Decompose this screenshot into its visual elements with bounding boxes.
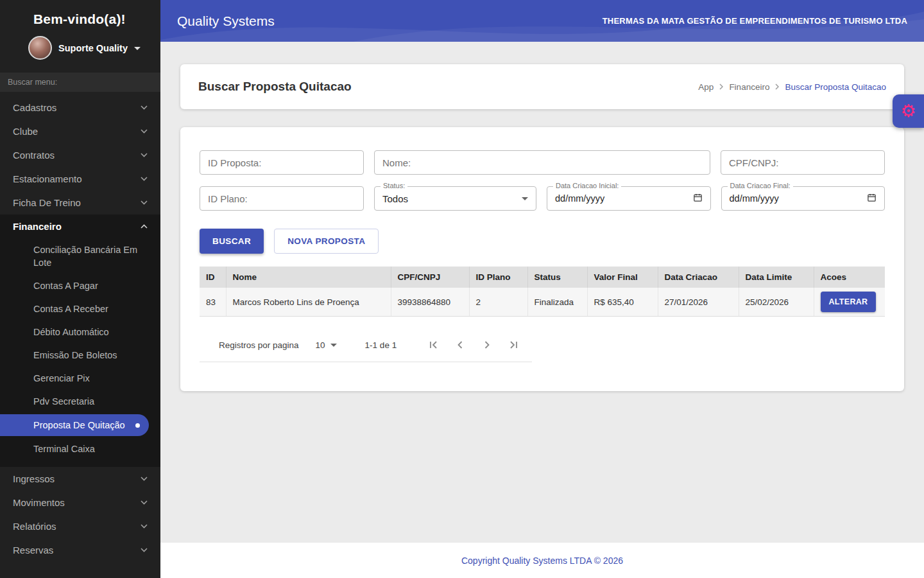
sidebar-item-gerenciar-pix[interactable]: Gerenciar Pix (0, 367, 160, 390)
sidebar-item-relatorios[interactable]: Relatórios (0, 514, 160, 538)
nome-input[interactable] (374, 150, 710, 175)
calendar-icon[interactable] (867, 193, 877, 204)
calendar-icon[interactable] (693, 193, 703, 204)
column-header-valor-final: Valor Final (587, 267, 658, 288)
buscar-button[interactable]: BUSCAR (200, 229, 264, 254)
sidebar-item-financeiro[interactable]: Financeiro (0, 215, 160, 238)
page-range-text: 1-1 de 1 (365, 340, 397, 350)
sidebar-item-label: Estacionamento (13, 173, 82, 184)
rows-per-page-label: Registros por pagina (219, 340, 299, 350)
breadcrumb-app[interactable]: App (698, 82, 714, 92)
dropdown-arrow-icon (522, 197, 528, 200)
sidebar-item-contas-a-receber[interactable]: Contas A Receber (0, 297, 160, 320)
column-header-id-plano: ID Plano (469, 267, 527, 288)
breadcrumb: App Financeiro Buscar Proposta Quitacao (698, 82, 886, 92)
settings-fab[interactable]: ⚙ (893, 94, 924, 128)
next-page-button[interactable] (481, 338, 493, 351)
cpf-cnpj-input[interactable] (721, 150, 885, 175)
cell-nome: Marcos Roberto Lins de Proença (226, 288, 391, 317)
sidebar-item-proposta-de-quitacao[interactable]: Proposta De Quitação (0, 414, 149, 436)
chevron-down-icon (141, 177, 148, 181)
form-row-2: Status: Todos Data Criacao Inicial: dd/m… (200, 186, 885, 211)
chevron-down-icon (141, 500, 148, 505)
company-name: THERMAS DA MATA GESTÃO DE EMPREENDIMENTO… (603, 16, 907, 26)
status-value: Todos (382, 193, 408, 204)
chevron-down-icon (141, 477, 148, 481)
results-table: ID Nome CPF/CNPJ ID Plano Status Valor F… (200, 267, 885, 317)
cell-data-criacao: 27/01/2026 (658, 288, 739, 317)
chevron-right-icon (719, 82, 723, 92)
search-form-card: Status: Todos Data Criacao Inicial: dd/m… (180, 127, 904, 391)
nova-proposta-button[interactable]: NOVA PROPOSTA (274, 229, 379, 254)
user-menu[interactable]: Suporte Quality (0, 27, 160, 66)
page-title: Buscar Proposta Quitacao (198, 80, 352, 94)
breadcrumb-financeiro[interactable]: Financeiro (729, 82, 769, 92)
sidebar-item-label: Clube (13, 126, 38, 137)
column-header-data-limite: Data Limite (739, 267, 814, 288)
sidebar-item-pdv-secretaria[interactable]: Pdv Secretaria (0, 390, 160, 413)
sidebar-item-label: Reservas (13, 545, 53, 556)
main-area: Quality Systems THERMAS DA MATA GESTÃO D… (160, 0, 924, 578)
sidebar: Bem-vindo(a)! Suporte Quality Cadastros … (0, 0, 160, 578)
rows-per-page-value: 10 (316, 340, 325, 350)
page-header-card: Buscar Proposta Quitacao App Financeiro … (180, 64, 904, 109)
first-page-button[interactable] (427, 338, 440, 351)
table-row: 83 Marcos Roberto Lins de Proença 399388… (200, 288, 885, 317)
id-proposta-input[interactable] (200, 150, 364, 175)
sidebar-item-cadastros[interactable]: Cadastros (0, 96, 160, 119)
chevron-down-icon (141, 524, 148, 529)
cell-id: 83 (200, 288, 226, 317)
app-title: Quality Systems (177, 13, 275, 29)
chevron-right-icon (481, 338, 493, 351)
chevron-right-icon (775, 82, 779, 92)
id-plano-input[interactable] (200, 186, 364, 211)
previous-page-button[interactable] (454, 338, 466, 351)
chevron-down-icon (141, 153, 148, 157)
sidebar-item-ficha-de-treino[interactable]: Ficha De Treino (0, 191, 160, 215)
sidebar-item-contas-a-pagar[interactable]: Contas A Pagar (0, 274, 160, 297)
chevron-up-icon (141, 224, 148, 229)
welcome-text: Bem-vindo(a)! (0, 0, 160, 27)
sidebar-item-debito-automatico[interactable]: Débito Automático (0, 320, 160, 344)
alterar-button[interactable]: ALTERAR (821, 292, 877, 312)
sidebar-item-estacionamento[interactable]: Estacionamento (0, 167, 160, 191)
caret-down-icon (134, 47, 141, 50)
column-header-status: Status (527, 267, 587, 288)
sidebar-item-terminal-caixa[interactable]: Terminal Caixa (0, 437, 160, 460)
cell-status: Finalizada (527, 288, 587, 317)
data-criacao-final-label: Data Criacao Final: (728, 182, 793, 190)
date-value: dd/mm/yyyy (730, 193, 779, 204)
status-label: Status: (381, 182, 407, 190)
active-dot (135, 423, 140, 428)
sidebar-item-label: Cadastros (13, 102, 56, 113)
sidebar-item-contratos[interactable]: Contratos (0, 143, 160, 167)
form-row-1 (200, 150, 885, 175)
cell-cpf-cnpj: 39938864880 (391, 288, 469, 317)
user-name: Suporte Quality (58, 43, 128, 53)
sidebar-item-label: Financeiro (13, 221, 62, 232)
chevron-down-icon (141, 200, 148, 205)
copyright-text: Copyright Quality Systems LTDA © 2026 (461, 556, 623, 566)
sidebar-item-emissao-de-boletos[interactable]: Emissão De Boletos (0, 344, 160, 367)
first-page-icon (427, 338, 440, 351)
chevron-left-icon (454, 338, 466, 351)
date-value: dd/mm/yyyy (555, 193, 604, 204)
menu-search-input[interactable] (0, 73, 160, 92)
last-page-button[interactable] (508, 338, 520, 351)
paginator: Registros por pagina 10 1-1 de 1 (200, 322, 532, 362)
cell-id-plano: 2 (469, 288, 527, 317)
breadcrumb-current: Buscar Proposta Quitacao (785, 82, 886, 92)
sidebar-item-ingressos[interactable]: Ingressos (0, 467, 160, 491)
sidebar-item-clube[interactable]: Clube (0, 119, 160, 143)
sidebar-item-conciliacao-bancaria-em-lote[interactable]: Conciliação Bancária Em Lote (0, 238, 160, 274)
cell-valor-final: R$ 635,40 (587, 288, 658, 317)
menu-search (0, 73, 160, 92)
rows-per-page-select[interactable]: 10 (316, 340, 337, 350)
sidebar-item-reservas[interactable]: Reservas (0, 538, 160, 562)
column-header-cpf-cnpj: CPF/CNPJ (391, 267, 469, 288)
sidebar-item-movimentos[interactable]: Movimentos (0, 491, 160, 514)
financeiro-group: Financeiro Conciliação Bancária Em Lote … (0, 215, 160, 467)
avatar (28, 36, 52, 60)
actions-row: BUSCAR NOVA PROPOSTA (200, 229, 885, 254)
column-header-acoes: Acoes (814, 267, 885, 288)
